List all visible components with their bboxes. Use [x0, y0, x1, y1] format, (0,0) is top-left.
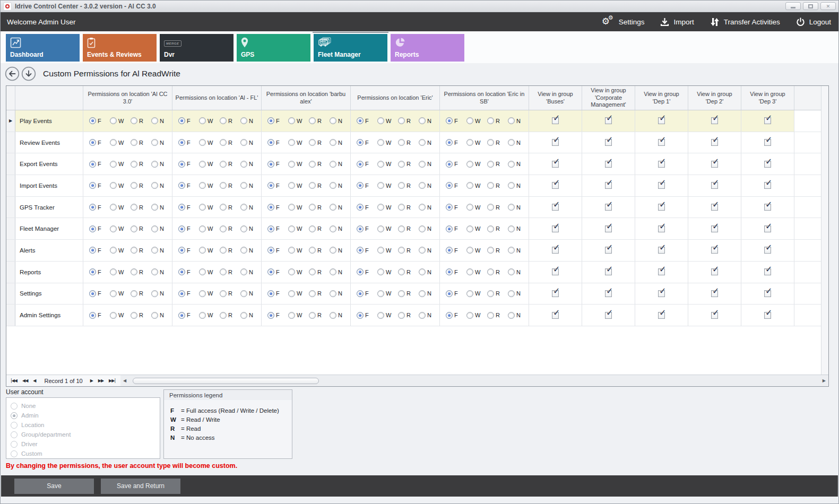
radio-w[interactable]: W — [377, 268, 398, 275]
radio-r[interactable]: R — [398, 117, 419, 124]
radio-f[interactable]: F — [267, 247, 288, 254]
radio-n[interactable]: N — [151, 268, 172, 275]
tab-dvr[interactable]: MERGEDvr — [160, 34, 233, 62]
radio-f[interactable]: F — [446, 182, 466, 189]
radio-w[interactable]: W — [110, 182, 131, 189]
radio-w[interactable]: W — [466, 268, 487, 275]
checkbox[interactable]: ✓ — [552, 290, 559, 297]
table-row[interactable]: Admin SettingsFWRNFWRNFWRNFWRNFWRN✓✓✓✓✓ — [6, 305, 821, 326]
vertical-scrollbar[interactable] — [821, 86, 828, 375]
radio-f[interactable]: F — [357, 268, 377, 275]
radio-f[interactable]: F — [446, 312, 466, 319]
tab-dashboard[interactable]: Dashboard — [6, 34, 80, 62]
checkbox[interactable]: ✓ — [605, 312, 612, 319]
table-row[interactable]: ReportsFWRNFWRNFWRNFWRNFWRN✓✓✓✓✓ — [6, 262, 821, 283]
radio-n[interactable]: N — [419, 139, 439, 146]
tab-gps[interactable]: GPS — [237, 34, 310, 62]
maximize-button[interactable] — [803, 2, 818, 10]
radio-f[interactable]: F — [178, 290, 199, 297]
radio-r[interactable]: R — [309, 290, 330, 297]
radio-w[interactable]: W — [377, 182, 398, 189]
radio-w[interactable]: W — [466, 247, 487, 254]
checkbox[interactable]: ✓ — [764, 247, 771, 254]
checkbox[interactable]: ✓ — [711, 247, 718, 254]
import-button[interactable]: Import — [660, 18, 694, 27]
radio-w[interactable]: W — [199, 182, 220, 189]
radio-n[interactable]: N — [330, 312, 350, 319]
table-row[interactable]: ▶Play EventsFWRNFWRNFWRNFWRNFWRN✓✓✓✓✓ — [6, 110, 821, 132]
radio-f[interactable]: F — [446, 139, 466, 146]
radio-f[interactable]: F — [446, 225, 466, 232]
radio-f[interactable]: F — [178, 161, 199, 168]
checkbox[interactable]: ✓ — [552, 268, 559, 275]
checkbox[interactable]: ✓ — [552, 225, 559, 232]
scroll-right-arrow-icon[interactable]: ▶ — [820, 378, 828, 383]
radio-r[interactable]: R — [131, 247, 151, 254]
radio-r[interactable]: R — [487, 117, 508, 124]
checkbox[interactable]: ✓ — [605, 204, 612, 211]
radio-w[interactable]: W — [199, 225, 220, 232]
checkbox[interactable]: ✓ — [658, 290, 665, 297]
checkbox[interactable]: ✓ — [764, 182, 771, 189]
radio-r[interactable]: R — [131, 290, 151, 297]
radio-w[interactable]: W — [110, 290, 131, 297]
radio-f[interactable]: F — [267, 268, 288, 275]
radio-f[interactable]: F — [446, 161, 466, 168]
radio-r[interactable]: R — [309, 139, 330, 146]
radio-f[interactable]: F — [357, 312, 377, 319]
radio-r[interactable]: R — [309, 312, 330, 319]
radio-f[interactable]: F — [89, 182, 110, 189]
radio-n[interactable]: N — [151, 161, 172, 168]
checkbox[interactable]: ✓ — [658, 247, 665, 254]
radio-w[interactable]: W — [466, 139, 487, 146]
radio-n[interactable]: N — [508, 312, 529, 319]
radio-f[interactable]: F — [446, 268, 466, 275]
checkbox[interactable]: ✓ — [764, 268, 771, 275]
radio-n[interactable]: N — [240, 247, 261, 254]
radio-n[interactable]: N — [151, 290, 172, 297]
close-button[interactable]: ✕ — [820, 2, 836, 10]
horizontal-scrollbar-thumb[interactable] — [133, 378, 319, 384]
radio-f[interactable]: F — [357, 161, 377, 168]
radio-r[interactable]: R — [398, 139, 419, 146]
radio-r[interactable]: R — [131, 312, 151, 319]
radio-f[interactable]: F — [89, 312, 110, 319]
radio-n[interactable]: N — [240, 161, 261, 168]
radio-f[interactable]: F — [267, 204, 288, 211]
radio-r[interactable]: R — [487, 161, 508, 168]
radio-n[interactable]: N — [508, 117, 529, 124]
radio-f[interactable]: F — [446, 204, 466, 211]
radio-w[interactable]: W — [377, 290, 398, 297]
save-button[interactable]: Save — [14, 479, 94, 494]
radio-r[interactable]: R — [220, 312, 240, 319]
radio-f[interactable]: F — [357, 117, 377, 124]
checkbox[interactable]: ✓ — [552, 182, 559, 189]
checkbox[interactable]: ✓ — [605, 247, 612, 254]
radio-n[interactable]: N — [240, 268, 261, 275]
radio-f[interactable]: F — [178, 139, 199, 146]
checkbox[interactable]: ✓ — [711, 312, 718, 319]
radio-f[interactable]: F — [446, 247, 466, 254]
checkbox[interactable]: ✓ — [711, 161, 718, 168]
radio-n[interactable]: N — [419, 312, 439, 319]
radio-r[interactable]: R — [487, 247, 508, 254]
radio-r[interactable]: R — [487, 204, 508, 211]
tab-reports[interactable]: Reports — [391, 34, 464, 62]
radio-r[interactable]: R — [131, 182, 151, 189]
radio-n[interactable]: N — [508, 204, 529, 211]
radio-w[interactable]: W — [199, 312, 220, 319]
radio-w[interactable]: W — [466, 161, 487, 168]
radio-r[interactable]: R — [131, 139, 151, 146]
account-type-driver[interactable]: Driver — [11, 439, 160, 449]
checkbox[interactable]: ✓ — [764, 312, 771, 319]
radio-n[interactable]: N — [240, 290, 261, 297]
radio-r[interactable]: R — [131, 225, 151, 232]
nav-first-button[interactable]: |◀◀ — [11, 378, 17, 383]
nav-prev-button[interactable]: ◀ — [33, 378, 36, 383]
save-return-button[interactable]: Save and Return — [101, 479, 180, 494]
table-row[interactable]: SettingsFWRNFWRNFWRNFWRNFWRN✓✓✓✓✓ — [6, 283, 821, 305]
horizontal-scrollbar-track[interactable] — [129, 377, 820, 385]
checkbox[interactable]: ✓ — [605, 290, 612, 297]
radio-w[interactable]: W — [377, 117, 398, 124]
radio-f[interactable]: F — [357, 225, 377, 232]
